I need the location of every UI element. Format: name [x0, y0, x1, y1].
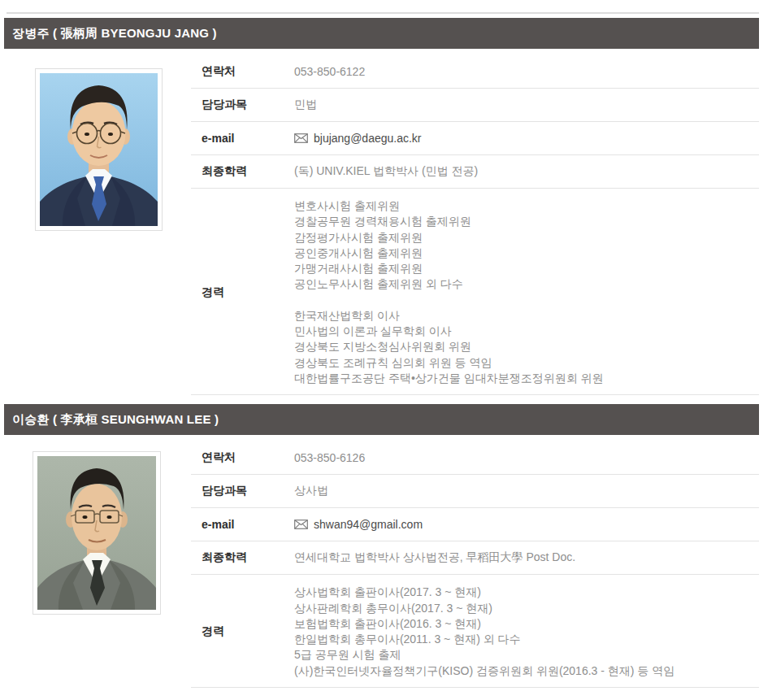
field-row-education: 최종학력 (독) UNIV.KIEL 법학박사 (민법 전공) — [191, 155, 759, 189]
career-line: 상사법학회 출판이사(2017. 3 ~ 현재) — [294, 585, 674, 600]
career-list: 변호사시험 출제위원 경찰공무원 경력채용시험 출제위원 감정평가사시험 출제위… — [294, 198, 604, 386]
email-link[interactable]: shwan94@gmail.com — [294, 518, 423, 531]
field-row-subject: 담당과목 민법 — [191, 89, 759, 122]
profile-photo — [35, 68, 163, 231]
portrait-illustration — [37, 456, 156, 610]
faculty-profile-page: 장병주 ( 張柄周 BYEONGJU JANG ) — [0, 12, 772, 688]
profile-header-bar: 장병주 ( 張柄周 BYEONGJU JANG ) — [4, 18, 759, 49]
field-label: 경력 — [191, 624, 294, 639]
career-line: 한국재산법학회 이사 — [294, 308, 604, 324]
career-line: 상사판례학회 총무이사(2017. 3 ~ 현재) — [294, 601, 674, 616]
profile-name-title: 이승환 ( 李承桓 SEUNGHWAN LEE ) — [12, 412, 219, 428]
profile-header-bar: 이승환 ( 李承桓 SEUNGHWAN LEE ) — [4, 404, 759, 435]
field-row-email: e-mail bjujang@daegu.ac.kr — [191, 122, 759, 155]
career-line: 경상북도 지방소청심사위원회 위원 — [294, 339, 604, 354]
profile-name-title: 장병주 ( 張柄周 BYEONGJU JANG ) — [12, 26, 217, 41]
field-row-contact: 연락처 053-850-6126 — [191, 441, 759, 475]
envelope-icon — [294, 520, 308, 529]
photo-column — [4, 49, 191, 395]
field-row-email: e-mail shwan94@gmail.com — [191, 508, 759, 541]
profile-field-table: 연락처 053-850-6122 담당과목 민법 e-mail bjujang@… — [191, 55, 759, 395]
field-row-career: 경력 변호사시험 출제위원 경찰공무원 경력채용시험 출제위원 감정평가사시험 … — [191, 189, 759, 395]
career-line: 민사법의 이론과 실무학회 이사 — [294, 324, 604, 339]
profile-photo — [33, 451, 161, 615]
top-divider — [7, 12, 759, 14]
field-row-career: 경력 상사법학회 출판이사(2017. 3 ~ 현재) 상사판례학회 총무이사(… — [191, 575, 759, 688]
career-line: (사)한국인터넷자율정책기구(KISO) 검증위원회 위원(2016.3 - 현… — [294, 663, 674, 679]
field-label: e-mail — [191, 132, 294, 145]
portrait-illustration — [40, 73, 158, 226]
career-group: 상사법학회 출판이사(2017. 3 ~ 현재) 상사판례학회 총무이사(201… — [294, 585, 674, 679]
career-line: 5급 공무원 시험 출제 — [294, 647, 674, 663]
career-line: 변호사시험 출제위원 — [294, 198, 604, 214]
field-label: 담당과목 — [191, 98, 294, 112]
career-line: 대한법률구조공단 주택•상가건물 임대차분쟁조정위원회 위원 — [294, 371, 604, 386]
career-line: 공인노무사시험 출제위원 외 다수 — [294, 276, 604, 292]
career-line: 감정평가사시험 출제위원 — [294, 230, 604, 246]
field-row-subject: 담당과목 상사법 — [191, 475, 759, 508]
field-label: 연락처 — [191, 450, 294, 465]
contact-value: 053-850-6126 — [294, 451, 365, 464]
subject-value: 상사법 — [294, 484, 328, 498]
career-line: 경찰공무원 경력채용시험 출제위원 — [294, 214, 604, 229]
field-label: 최종학력 — [191, 164, 294, 179]
subject-value: 민법 — [294, 98, 317, 112]
field-label: 담당과목 — [191, 484, 294, 498]
field-label: 경력 — [191, 285, 294, 300]
envelope-icon — [294, 133, 308, 143]
email-address: bjujang@daegu.ac.kr — [314, 132, 422, 145]
career-line: 가맹거래사시험 출제위원 — [294, 261, 604, 276]
field-label: e-mail — [191, 518, 294, 531]
education-value: (독) UNIV.KIEL 법학박사 (민법 전공) — [294, 164, 478, 179]
career-line: 한일법학회 총무이사(2011. 3 ~ 현재) 외 다수 — [294, 632, 674, 647]
field-label: 최종학력 — [191, 550, 294, 565]
profile-section: 연락처 053-850-6126 담당과목 상사법 e-mail shwan94… — [4, 435, 759, 688]
photo-column — [4, 435, 191, 688]
field-label: 연락처 — [191, 64, 294, 79]
career-group: 한국재산법학회 이사 민사법의 이론과 실무학회 이사 경상북도 지방소청심사위… — [294, 308, 604, 386]
email-address: shwan94@gmail.com — [314, 518, 423, 531]
profile-section: 연락처 053-850-6122 담당과목 민법 e-mail bjujang@… — [4, 49, 759, 395]
email-link[interactable]: bjujang@daegu.ac.kr — [294, 132, 422, 145]
career-line: 보험법학회 출판이사(2016. 3 ~ 현재) — [294, 616, 674, 632]
field-row-education: 최종학력 연세대학교 법학박사 상사법전공, 早稻田大學 Post Doc. — [191, 541, 759, 575]
career-list: 상사법학회 출판이사(2017. 3 ~ 현재) 상사판례학회 총무이사(201… — [294, 585, 674, 679]
career-line: 공인중개사시험 출제위원 — [294, 246, 604, 261]
field-row-contact: 연락처 053-850-6122 — [191, 55, 759, 89]
contact-value: 053-850-6122 — [294, 65, 365, 78]
profile-field-table: 연락처 053-850-6126 담당과목 상사법 e-mail shwan94… — [191, 441, 759, 688]
education-value: 연세대학교 법학박사 상사법전공, 早稻田大學 Post Doc. — [294, 550, 575, 565]
career-group: 변호사시험 출제위원 경찰공무원 경력채용시험 출제위원 감정평가사시험 출제위… — [294, 198, 604, 293]
career-line: 경상북도 조례규칙 심의회 위원 등 역임 — [294, 355, 604, 371]
